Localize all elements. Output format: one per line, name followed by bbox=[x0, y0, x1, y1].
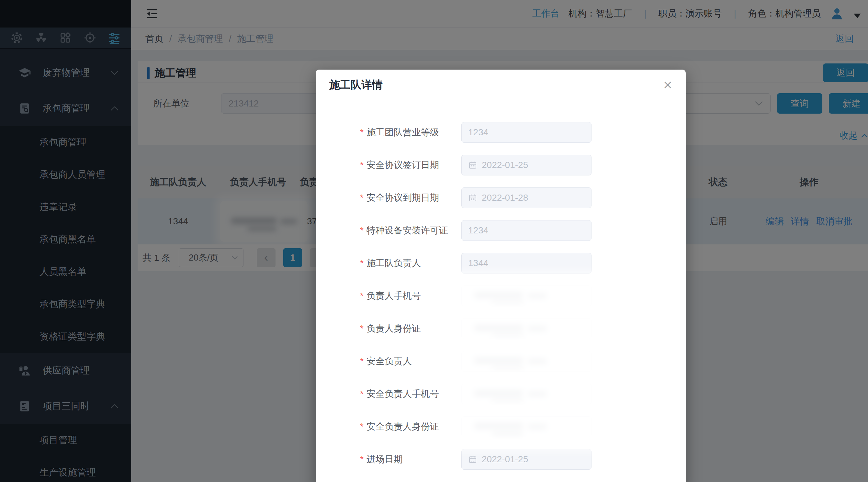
required-asterisk: * bbox=[360, 389, 364, 399]
required-asterisk: * bbox=[360, 356, 364, 366]
modal-field-row-9: *安全负责人身份证 bbox=[360, 410, 686, 443]
field-input[interactable]: 1234 bbox=[461, 220, 591, 241]
field-label: *安全负责人 bbox=[360, 355, 461, 367]
calendar-icon bbox=[468, 455, 477, 464]
field-label: *特种设备安装许可证 bbox=[360, 224, 461, 237]
redacted-field bbox=[461, 280, 643, 312]
modal-field-row-4: *施工队负责人1344 bbox=[360, 247, 686, 279]
required-asterisk: * bbox=[360, 225, 364, 236]
date-input[interactable]: 2022-01-25 bbox=[461, 155, 591, 175]
field-label: *安全协议到期日期 bbox=[360, 192, 461, 204]
detail-modal: 施工队详情 × *施工团队营业等级1234*安全协议签订日期2022-01-25… bbox=[316, 70, 686, 482]
modal-field-row-3: *特种设备安装许可证1234 bbox=[360, 214, 686, 247]
modal-field-row-5: *负责人手机号 bbox=[360, 279, 686, 312]
modal-header: 施工队详情 × bbox=[316, 70, 686, 100]
field-label: *施工团队营业等级 bbox=[360, 126, 461, 138]
modal-body: *施工团队营业等级1234*安全协议签订日期2022-01-25*安全协议到期日… bbox=[316, 100, 686, 482]
redacted-field bbox=[461, 345, 643, 377]
close-icon[interactable]: × bbox=[663, 77, 672, 92]
field-label: *负责人身份证 bbox=[360, 322, 461, 335]
app-root: 废弃物管理承包商管理承包商管理承包商人员管理违章记录承包商黑名单人员黑名单承包商… bbox=[0, 0, 868, 482]
field-input[interactable]: 1234 bbox=[461, 122, 591, 143]
modal-field-row-1: *安全协议签订日期2022-01-25 bbox=[360, 149, 686, 181]
required-asterisk: * bbox=[360, 291, 364, 301]
required-asterisk: * bbox=[360, 193, 364, 203]
required-asterisk: * bbox=[360, 258, 364, 268]
modal-field-row-8: *安全负责人手机号 bbox=[360, 378, 686, 410]
required-asterisk: * bbox=[360, 127, 364, 137]
modal-title: 施工队详情 bbox=[329, 78, 383, 92]
field-label: *安全协议签订日期 bbox=[360, 159, 461, 171]
field-label: *安全负责人身份证 bbox=[360, 420, 461, 433]
modal-field-row-7: *安全负责人 bbox=[360, 345, 686, 378]
required-asterisk: * bbox=[360, 160, 364, 170]
date-input[interactable]: 2022-01-25 bbox=[461, 449, 591, 470]
calendar-icon bbox=[468, 193, 477, 202]
field-label: *施工队负责人 bbox=[360, 257, 461, 269]
field-label: *负责人手机号 bbox=[360, 290, 461, 302]
modal-field-row-0: *施工团队营业等级1234 bbox=[360, 116, 686, 149]
redacted-field bbox=[461, 313, 643, 345]
required-asterisk: * bbox=[360, 323, 364, 334]
redacted-field bbox=[461, 378, 643, 410]
required-asterisk: * bbox=[360, 454, 364, 464]
modal-field-row-2: *安全协议到期日期2022-01-28 bbox=[360, 181, 686, 214]
field-label: *进场日期 bbox=[360, 453, 461, 465]
required-asterisk: * bbox=[360, 421, 364, 432]
modal-field-row-10: *进场日期2022-01-25 bbox=[360, 443, 686, 476]
redacted-field bbox=[461, 411, 643, 443]
calendar-icon bbox=[468, 161, 477, 170]
modal-field-row-6: *负责人身份证 bbox=[360, 312, 686, 345]
field-label: *安全负责人手机号 bbox=[360, 388, 461, 400]
field-input[interactable]: 1344 bbox=[461, 253, 591, 274]
modal-field-row-partial bbox=[360, 476, 686, 482]
date-input[interactable]: 2022-01-28 bbox=[461, 187, 591, 208]
